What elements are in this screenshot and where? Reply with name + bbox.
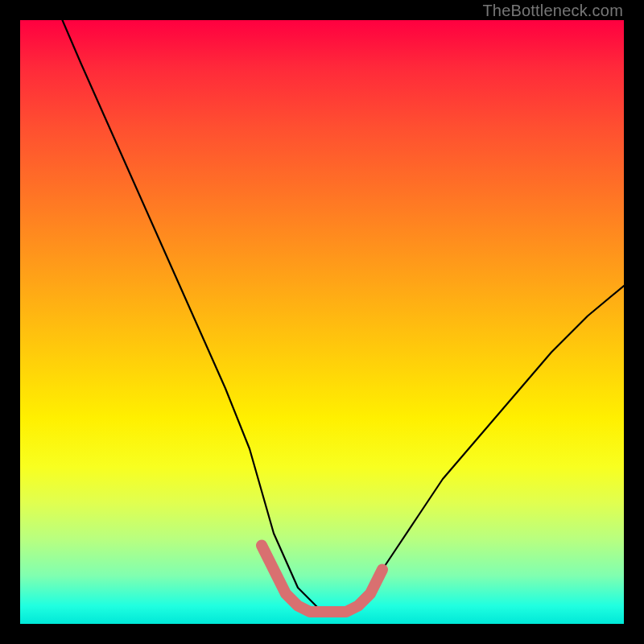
optimal-zone-line: [262, 546, 382, 613]
chart-frame: TheBottleneck.com: [0, 0, 644, 644]
chart-svg: [20, 20, 624, 624]
bottleneck-curve-line: [63, 20, 625, 612]
watermark-text: TheBottleneck.com: [482, 2, 623, 20]
